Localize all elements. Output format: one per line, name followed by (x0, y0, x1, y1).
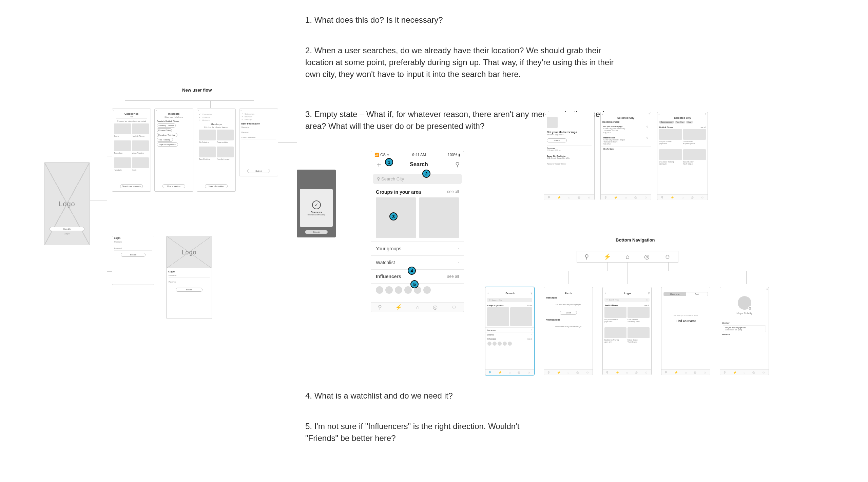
search-icon[interactable]: ⚲ (378, 304, 382, 310)
logo-text: Logo (59, 200, 75, 208)
screen-event-detail: ◂ Not your Mother's Yoga Advanced yoga s… (544, 112, 595, 200)
interests-title: Interests (155, 112, 193, 115)
categories-title: Categories (112, 112, 151, 116)
screen-splash: Logo Sign Up Log in (44, 162, 90, 245)
login-link[interactable]: Log in (50, 232, 84, 235)
screen-login-compact: Login Username Password Submit (112, 236, 154, 285)
screen-nav-home: ＋Logo⚲ ⚲Search Town✕ Health & Fitnesssee… (602, 287, 652, 375)
select-interests-button[interactable]: Select your interests (120, 184, 143, 188)
group-card[interactable] (419, 197, 459, 238)
search-icon[interactable]: ⚲ (455, 161, 460, 168)
check-icon: ✓ (312, 200, 321, 209)
find-meetup-button[interactable]: Find a Meetup (162, 184, 186, 188)
screen-categories: ◂ Categories Top Choose a few categories… (112, 109, 151, 192)
bottom-nav: ⚲ ⚡ ⌂ ◎ ☺ (371, 302, 464, 312)
bolt-icon[interactable]: ⚡ (603, 253, 611, 261)
avatar[interactable] (376, 286, 383, 294)
annotation-2: 2. When a user searches, do we already h… (305, 45, 628, 80)
badge-1: 1 (385, 158, 393, 166)
user-icon[interactable]: ☺ (664, 253, 671, 261)
screen-user-info: ◂ ✔Categories ✔Interests ✔Meetups User I… (239, 109, 278, 176)
login-submit-button[interactable]: Submit (121, 253, 146, 257)
screen-interests: ◂ Interests Select from the following Po… (154, 109, 193, 192)
see-all-link[interactable]: see all (447, 189, 459, 195)
profile-avatar[interactable]: + (738, 296, 751, 310)
badge-3: 3 (389, 212, 398, 220)
screen-selected-city-grid: ◂⚲ Selected City Recommended Your Map Da… (657, 112, 708, 200)
home-icon[interactable]: ⌂ (626, 253, 630, 261)
screen-nav-profile: ⚙ + Maya Felicity --- Member Not your mo… (720, 287, 769, 375)
people-icon[interactable]: ◎ (433, 304, 438, 310)
row-your-groups[interactable]: Your groups› (371, 242, 464, 255)
people-icon[interactable]: ◎ (644, 253, 650, 261)
plus-icon[interactable]: ＋ (375, 159, 383, 170)
search-icon[interactable]: ⚲ (584, 253, 589, 261)
screen-nav-search: ＋Search⚲ ⚲Search City Groups in your are… (485, 287, 534, 375)
screen-search-main: 📶 GS ᯤ 9:41 AM 100% ▮ ＋ Search ⚲ ⚲ Searc… (371, 151, 464, 312)
groups-header: Groups in your area (376, 189, 421, 195)
login-submit-button-2[interactable]: Submit (176, 288, 203, 292)
success-submit-button[interactable]: Submit (305, 230, 328, 234)
row-watchlist[interactable]: Watchlist› (371, 255, 464, 269)
search-input[interactable]: ⚲ Search City (373, 174, 462, 184)
categories-sub: Choose a few categories to get started (112, 119, 151, 123)
nav-icons-bar: ⚲ ⚡ ⌂ ◎ ☺ (577, 251, 678, 263)
screen-nav-calendar: Upcoming Past You have yet to choose an … (661, 287, 710, 375)
submit-user-info-button[interactable]: Submit (247, 169, 270, 173)
avatar[interactable] (385, 286, 393, 294)
user-icon[interactable]: ☺ (451, 304, 457, 310)
event-submit-button[interactable]: Submit (547, 138, 567, 142)
categories-tabs: Top (116, 116, 147, 119)
find-event-button[interactable]: Find an Event (661, 319, 710, 323)
signup-button[interactable]: Sign Up (50, 227, 84, 231)
avatar[interactable] (423, 286, 431, 294)
avatar[interactable] (395, 286, 402, 294)
annotation-4: 4. What is a watchlist and do we need it… (305, 390, 453, 402)
screen-meetups: ◂ ✔Categories ✔Interests ○Meetups Meetup… (197, 109, 236, 192)
badge-5: 5 (410, 280, 419, 288)
screen-success: ✓ Success Time to start shmoozing Submit (297, 170, 336, 237)
flow-title-bottom-nav: Bottom Navigation (616, 237, 655, 243)
flow-title-new-user: New user flow (182, 88, 212, 93)
search-title: Search (410, 161, 428, 168)
user-info-button[interactable]: User Information (205, 184, 228, 188)
screen-selected-city-list: ◂⚲ Selected City Recommended Not your mo… (600, 112, 651, 200)
search-glyph-icon: ⚲ (377, 176, 380, 181)
screen-login-full: Logo Login Username Password Submit (166, 236, 212, 319)
home-icon[interactable]: ⌂ (416, 304, 419, 310)
avatar[interactable] (404, 286, 412, 294)
badge-2: 2 (422, 170, 430, 178)
badge-4: 4 (408, 267, 416, 275)
annotation-5: 5. I'm not sure if "Influencers" is the … (305, 421, 543, 444)
bolt-icon[interactable]: ⚡ (396, 304, 402, 310)
screen-nav-alerts: Alerts Messages You don't have any messa… (544, 287, 593, 375)
annotation-1: 1. What does this do? Is it necessary? (305, 14, 443, 26)
